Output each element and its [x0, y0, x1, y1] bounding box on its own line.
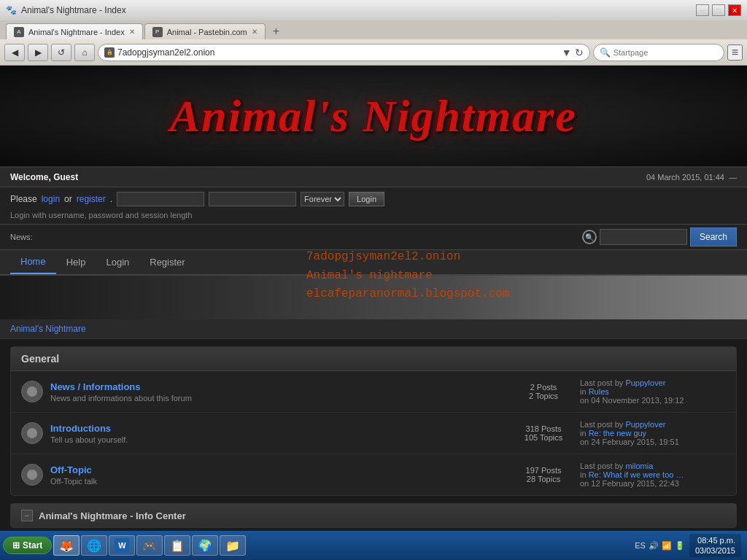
nav-bar: ◀ ▶ ↺ ⌂ 🔒 7adopgjsyman2el2.onion ▼ ↻ 🔍 ≡ — [0, 39, 747, 66]
nav-register[interactable]: Register — [139, 251, 195, 273]
forum-status-icon-intro — [21, 422, 43, 444]
forum-topics-intro: 105 Topics — [514, 433, 573, 442]
firefox-icon: 🦊 — [59, 538, 74, 553]
tab-close-1[interactable]: ✕ — [129, 28, 135, 36]
lastpost-user-news[interactable]: Puppylover — [625, 378, 665, 387]
forward-button[interactable]: ▶ — [28, 44, 48, 61]
start-label: Start — [23, 540, 42, 551]
window-favicon: 🐾 — [6, 5, 17, 15]
taskbar-chrome[interactable]: 🌐 — [81, 535, 107, 556]
address-reload[interactable]: ↻ — [575, 47, 584, 58]
refresh-button[interactable]: ↺ — [51, 44, 71, 61]
clock-time: 08:45 p.m. — [695, 535, 735, 545]
forum-icon-inner — [27, 386, 37, 397]
tab-pastebin[interactable]: P Animal - Pastebin.com ✕ — [144, 23, 266, 39]
forum-header: Animal's Nightmare — [0, 66, 747, 168]
info-section: − Animal's Nightmare - Info Center — [10, 503, 737, 528]
breadcrumb-link[interactable]: Animal's Nightmare — [10, 324, 86, 334]
nav-home[interactable]: Home — [10, 250, 56, 274]
forum-desc-ot: Off-Topic talk — [50, 477, 507, 486]
lastpost-topic-ot[interactable]: Re: What if we were too … — [589, 470, 684, 479]
taskbar-folder[interactable]: 📁 — [220, 535, 246, 556]
forum-info-intro: Introductions Tell us about yourself. — [50, 423, 507, 444]
tab-animals-nightmare[interactable]: A Animal's Nightmare - Index ✕ — [6, 23, 143, 39]
taskbar-word[interactable]: W — [109, 535, 135, 556]
tab-label-2: Animal - Pastebin.com — [167, 28, 247, 36]
forum-name-ot[interactable]: Off-Topic — [50, 464, 92, 475]
username-input[interactable] — [117, 192, 204, 206]
search-bar[interactable]: 🔍 — [593, 44, 724, 61]
address-text[interactable]: 7adopgjsyman2el2.onion — [117, 47, 559, 58]
title-bar: 🐾 Animal's Nightmare - Index ─ □ ✕ — [0, 0, 747, 20]
username: Guest — [53, 172, 78, 182]
clock[interactable]: 08:45 p.m. 03/03/2015 — [689, 534, 741, 558]
password-input[interactable] — [209, 192, 296, 206]
minimize-button[interactable]: ─ — [696, 4, 709, 16]
forum-stats-intro: 318 Posts 105 Topics — [514, 424, 573, 442]
maximize-button[interactable]: □ — [712, 4, 725, 16]
nav-menu: Home Help Login Register — [0, 250, 747, 276]
forum-name-intro[interactable]: Introductions — [50, 423, 111, 434]
taskbar-firefox[interactable]: 🦊 — [53, 535, 80, 556]
forum-info: News / Informations News and information… — [50, 381, 507, 402]
welcome-text: Welcome, Guest — [10, 172, 78, 182]
forum-posts-news: 2 Posts — [514, 383, 573, 392]
forum-desc-intro: Tell us about yourself. — [50, 435, 507, 444]
window-controls[interactable]: ─ □ ✕ — [696, 4, 741, 16]
lastpost-user-intro[interactable]: Puppylover — [625, 420, 665, 429]
login-area: Please login or register . Forever Login… — [0, 187, 747, 225]
taskbar-globe[interactable]: 🌍 — [192, 535, 218, 556]
home-button[interactable]: ⌂ — [74, 44, 95, 61]
taskbar-right: ES 🔊 📶 🔋 08:45 p.m. 03/03/2015 — [635, 534, 744, 558]
tray-icon-1: 🔊 — [649, 541, 659, 551]
globe-icon: 🌍 — [198, 538, 212, 553]
tab-bar: A Animal's Nightmare - Index ✕ P Animal … — [0, 20, 747, 39]
search-input[interactable] — [614, 48, 718, 57]
menu-button[interactable]: ≡ — [727, 44, 743, 61]
lastpost-user-ot[interactable]: milomia — [625, 462, 653, 470]
search-area: 🔍 Search — [582, 228, 737, 246]
user-bar: Welcome, Guest 04 March 2015, 01:44 — — [0, 168, 747, 187]
address-bar[interactable]: 🔒 7adopgjsyman2el2.onion ▼ ↻ — [98, 44, 590, 61]
new-tab-button[interactable]: + — [267, 23, 285, 39]
banner-image — [0, 276, 747, 319]
taskbar: ⊞ Start 🦊 🌐 W 🎮 📋 🌍 📁 ES 🔊 📶 — [0, 531, 747, 560]
table-row: Off-Topic Off-Topic talk 197 Posts 28 To… — [11, 454, 736, 495]
lastpost-topic-intro[interactable]: Re: the new guy — [589, 429, 647, 438]
lastpost-topic-news[interactable]: Rules — [589, 387, 609, 396]
datetime-area: 04 March 2015, 01:44 — — [646, 173, 737, 182]
start-button[interactable]: ⊞ Start — [3, 537, 52, 554]
session-select[interactable]: Forever — [301, 192, 344, 206]
login-note: Login with username, password and sessio… — [10, 211, 737, 219]
minimize-icon[interactable]: — — [729, 173, 737, 182]
nav-login[interactable]: Login — [96, 251, 139, 273]
address-refresh[interactable]: ▼ — [562, 47, 572, 58]
game-icon: 🎮 — [142, 538, 157, 553]
login-button[interactable]: Login — [349, 192, 384, 206]
tab-label-1: Animal's Nightmare - Index — [28, 28, 125, 36]
forum-info-ot: Off-Topic Off-Topic talk — [50, 464, 507, 486]
login-link[interactable]: login — [42, 194, 60, 204]
forum-name-news[interactable]: News / Informations — [50, 381, 141, 392]
forum-topics-ot: 28 Topics — [514, 475, 573, 483]
register-link[interactable]: register — [77, 194, 106, 204]
forum-search-input[interactable] — [600, 229, 687, 245]
tab-close-2[interactable]: ✕ — [252, 28, 258, 36]
login-text-post: . — [110, 194, 112, 204]
table-row: News / Informations News and information… — [11, 371, 736, 413]
clock-date: 03/03/2015 — [695, 545, 735, 556]
back-button[interactable]: ◀ — [4, 44, 25, 61]
forum-status-icon — [21, 381, 43, 402]
close-button[interactable]: ✕ — [728, 4, 741, 16]
taskbar-game[interactable]: 🎮 — [136, 535, 163, 556]
search-button[interactable]: Search — [690, 228, 737, 246]
nav-help[interactable]: Help — [56, 251, 96, 273]
breadcrumb-bar: Animal's Nightmare — [0, 319, 747, 339]
chrome-icon: 🌐 — [87, 538, 101, 553]
forum-posts-intro: 318 Posts — [514, 424, 573, 433]
taskbar-notepad[interactable]: 📋 — [164, 535, 190, 556]
login-text-mid: or — [64, 194, 72, 204]
info-toggle[interactable]: − — [21, 510, 33, 521]
login-text-pre: Please — [10, 194, 37, 204]
forum-lastpost-intro: Last post by Puppylover in Re: the new g… — [580, 420, 726, 446]
